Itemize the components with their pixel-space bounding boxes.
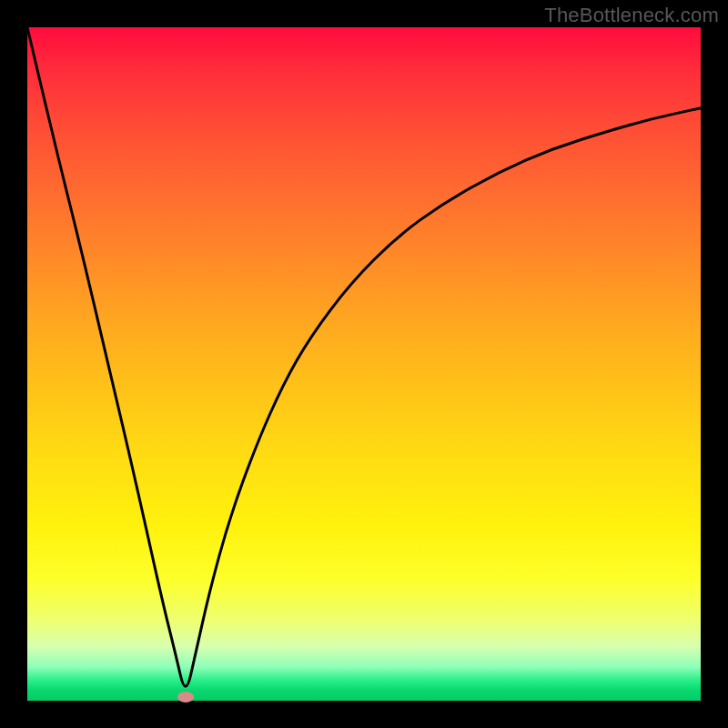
curve-svg (27, 27, 701, 701)
bottleneck-curve (27, 27, 701, 686)
chart-frame: TheBottleneck.com (0, 0, 728, 728)
minimum-marker (177, 692, 194, 703)
watermark-text: TheBottleneck.com (544, 4, 719, 27)
plot-area (27, 27, 701, 701)
